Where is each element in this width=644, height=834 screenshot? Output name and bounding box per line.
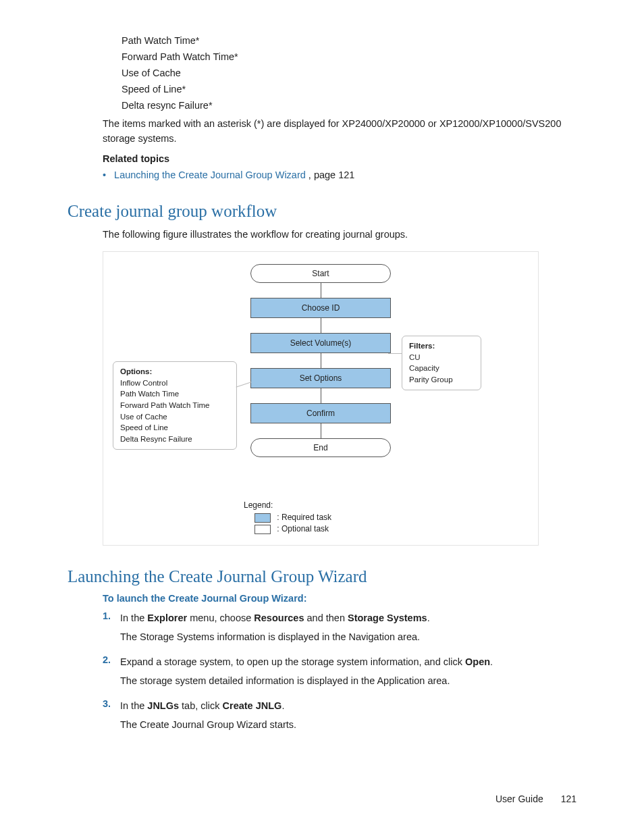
- callout-leader-line: [388, 353, 402, 354]
- ui-term: Explorer: [147, 613, 187, 623]
- legend-label: : Optional task: [277, 524, 329, 533]
- top-property-list: Path Watch Time* Forward Path Watch Time…: [122, 35, 576, 111]
- section-heading-launching: Launching the Create Journal Group Wizar…: [68, 567, 576, 586]
- related-link-pageref: , page 121: [308, 170, 355, 180]
- step-number: 2.: [103, 654, 120, 696]
- step-text: .: [427, 613, 430, 623]
- footer-label: User Guide: [495, 793, 543, 804]
- callout-line: Forward Path Watch Time: [120, 400, 230, 411]
- flow-connector: [321, 353, 321, 368]
- callout-line: Parity Group: [409, 374, 474, 386]
- workflow-figure: Start Choose ID Select Volume(s) Set Opt…: [103, 251, 539, 546]
- ui-term: Storage Systems: [348, 613, 427, 623]
- legend-swatch-optional: [254, 525, 271, 534]
- ui-term: Open: [465, 656, 490, 667]
- legend-title: Legend:: [244, 500, 331, 510]
- procedure-step: 1. In the Explorer menu, choose Resource…: [103, 610, 576, 652]
- related-topics-list: • Launching the Create Journal Group Wiz…: [103, 170, 576, 180]
- flow-step: Set Options: [250, 368, 391, 388]
- flow-step: Confirm: [250, 403, 391, 423]
- flow-connector: [321, 318, 321, 333]
- page: Path Watch Time* Forward Path Watch Time…: [0, 0, 644, 834]
- step-number: 3.: [103, 698, 120, 739]
- page-footer: User Guide 121: [495, 793, 576, 804]
- step-result: The storage system detailed information …: [120, 673, 576, 688]
- procedure-step: 3. In the JNLGs tab, click Create JNLG. …: [103, 698, 576, 739]
- list-item: Speed of Line*: [122, 84, 576, 95]
- step-body: In the JNLGs tab, click Create JNLG. The…: [120, 698, 576, 739]
- related-topics-heading: Related topics: [103, 153, 576, 164]
- legend-row-required: : Required task: [254, 513, 331, 523]
- list-item: Use of Cache: [122, 68, 576, 78]
- callout-line: Delta Resync Failure: [120, 434, 230, 445]
- step-body: In the Explorer menu, choose Resources a…: [120, 610, 576, 652]
- callout-line: Path Watch Time: [120, 388, 230, 400]
- step-text: .: [490, 656, 493, 667]
- list-item: Forward Path Watch Time*: [122, 51, 576, 62]
- ui-term: Resources: [254, 613, 304, 623]
- flow-step: Choose ID: [250, 298, 391, 318]
- flow-connector: [321, 423, 321, 438]
- flow-step: Select Volume(s): [250, 333, 391, 353]
- filters-callout: Filters: CU Capacity Parity Group: [402, 336, 481, 390]
- procedure-step: 2. Expand a storage system, to open up t…: [103, 654, 576, 696]
- step-text: menu, choose: [187, 613, 254, 623]
- options-callout: Options: Inflow Control Path Watch Time …: [113, 361, 237, 450]
- step-text: and then: [304, 613, 348, 623]
- filters-callout-title: Filters:: [409, 340, 474, 352]
- callout-line: Inflow Control: [120, 377, 230, 389]
- legend-label: : Required task: [277, 513, 331, 522]
- bullet-icon: •: [103, 170, 106, 180]
- options-callout-title: Options:: [120, 366, 230, 377]
- step-text: tab, click: [179, 700, 222, 711]
- step-text: In the: [120, 613, 147, 623]
- legend-row-optional: : Optional task: [254, 524, 331, 534]
- callout-leader-line: [236, 382, 251, 387]
- procedure-list: 1. In the Explorer menu, choose Resource…: [103, 610, 576, 739]
- page-number: 121: [561, 793, 576, 804]
- step-number: 1.: [103, 610, 120, 652]
- ui-term: Create JNLG: [223, 700, 282, 711]
- callout-line: Speed of Line: [120, 422, 230, 434]
- figure-legend: Legend: : Required task : Optional task: [244, 500, 331, 536]
- ui-term: JNLGs: [147, 700, 179, 711]
- step-text: .: [281, 700, 284, 711]
- step-text: Expand a storage system, to open up the …: [120, 656, 465, 667]
- procedure-subheading: To launch the Create Journal Group Wizar…: [103, 593, 576, 604]
- workflow-intro: The following figure illustrates the wor…: [103, 228, 576, 242]
- flow-start: Start: [250, 264, 391, 283]
- step-text: In the: [120, 700, 147, 711]
- callout-line: Capacity: [409, 363, 474, 374]
- list-item: Path Watch Time*: [122, 35, 576, 46]
- step-result: The Create Journal Group Wizard starts.: [120, 717, 576, 732]
- related-link[interactable]: Launching the Create Journal Group Wizar…: [114, 170, 306, 180]
- list-item: Delta resync Failure*: [122, 100, 576, 111]
- step-result: The Storage Systems information is displ…: [120, 629, 576, 644]
- flow-end: End: [250, 438, 391, 457]
- step-body: Expand a storage system, to open up the …: [120, 654, 576, 696]
- section-heading-workflow: Create journal group workflow: [68, 202, 576, 221]
- callout-line: CU: [409, 352, 474, 363]
- legend-swatch-required: [254, 513, 271, 523]
- asterisk-note: The items marked with an asterisk (*) ar…: [103, 116, 576, 147]
- callout-line: Use of Cache: [120, 411, 230, 423]
- flow-connector: [321, 388, 321, 403]
- flowchart: Start Choose ID Select Volume(s) Set Opt…: [250, 264, 391, 457]
- flow-connector: [321, 283, 321, 298]
